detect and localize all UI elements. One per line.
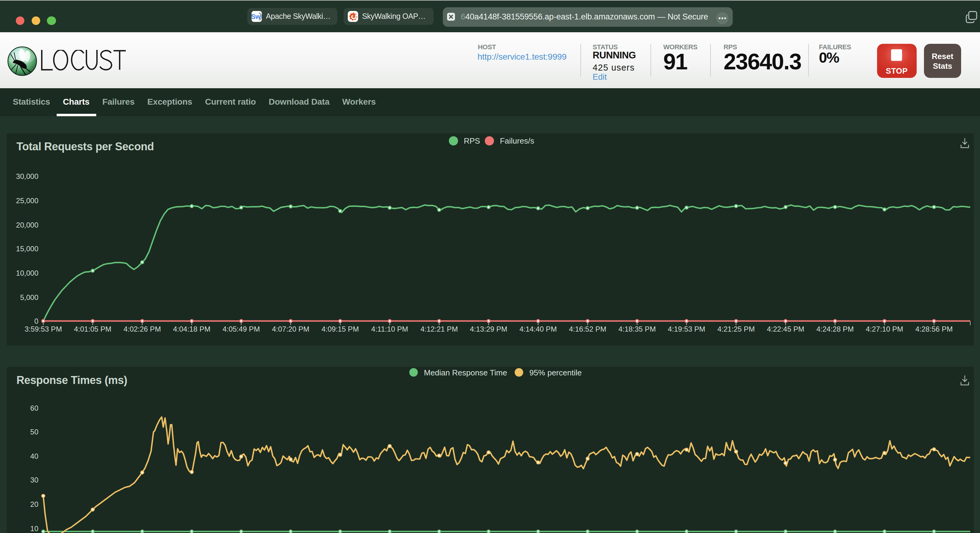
svg-text:Sw: Sw (251, 13, 261, 21)
